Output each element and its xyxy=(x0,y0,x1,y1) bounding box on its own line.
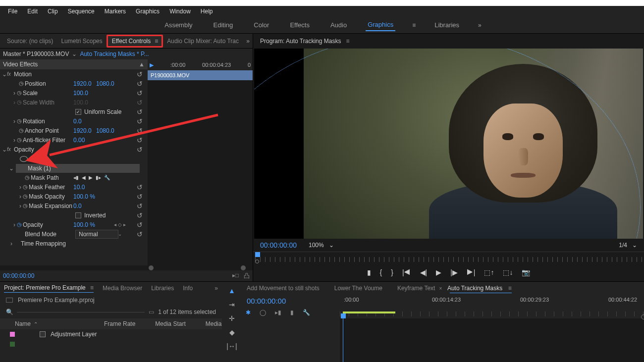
stopwatch-icon[interactable]: ◷ xyxy=(17,137,23,143)
reset-icon[interactable]: ↺ xyxy=(137,80,146,88)
settings-icon[interactable]: 🔧 xyxy=(303,309,310,316)
reset-icon[interactable]: ↺ xyxy=(137,211,146,219)
sort-asc-icon[interactable]: ⌃ xyxy=(34,321,38,327)
stopwatch-icon[interactable]: ◷ xyxy=(23,203,29,209)
effect-footer-timecode[interactable]: 00:00:00:00 xyxy=(3,272,34,279)
fx-badge-icon[interactable]: fx xyxy=(7,147,14,152)
twirl-icon[interactable]: ⌄ xyxy=(2,71,7,78)
stopwatch-icon[interactable]: ◷ xyxy=(19,127,25,134)
workspace-libraries[interactable]: Libraries xyxy=(432,19,461,31)
stopwatch-icon[interactable]: ◷ xyxy=(23,193,29,200)
program-timecode[interactable]: 00:00:00:00 xyxy=(260,241,297,249)
ripple-tool[interactable]: ✛ xyxy=(229,314,235,322)
reset-icon[interactable]: ↺ xyxy=(137,136,146,144)
clip-dropdown-icon[interactable]: ⌄ xyxy=(69,51,80,57)
track-select-tool[interactable]: ⇥ xyxy=(229,301,235,309)
track-area[interactable] xyxy=(340,318,644,362)
workspace-assembly[interactable]: Assembly xyxy=(162,19,194,31)
export-frame-button[interactable]: 📷 xyxy=(522,268,530,276)
program-playhead[interactable] xyxy=(255,252,260,257)
timeline-clip-extent[interactable] xyxy=(343,311,395,313)
track-back-icon[interactable]: ◀ xyxy=(82,175,86,180)
workspace-menu-icon[interactable]: ≡ xyxy=(412,22,416,29)
timeline-ruler[interactable]: :00:00 00:00:14:23 00:00:29:23 00:00:44:… xyxy=(340,295,644,307)
menu-help[interactable]: Help xyxy=(196,8,218,15)
twirl-icon[interactable]: › xyxy=(12,137,17,144)
rotation-value[interactable]: 0.0 xyxy=(73,118,82,125)
col-media-end[interactable]: Media xyxy=(206,320,222,327)
reset-icon[interactable]: ↺ xyxy=(137,183,146,191)
tab-effect-controls[interactable]: Effect Controls ≡ xyxy=(107,35,163,48)
mask-expansion-value[interactable]: 0.0 xyxy=(73,203,82,209)
tab-source[interactable]: Source: (no clips) xyxy=(3,36,57,47)
linked-selection-icon[interactable]: ◯ xyxy=(260,309,266,316)
folder-filter-icon[interactable]: ▭ xyxy=(149,309,154,315)
scroll-knob-right[interactable] xyxy=(241,265,246,270)
selection-tool[interactable]: ▲ xyxy=(228,287,235,295)
fx-badge-icon[interactable]: fx xyxy=(7,71,14,77)
position-y-value[interactable]: 1080.0 xyxy=(96,80,114,87)
timeline-zoom-knob[interactable] xyxy=(641,314,644,319)
section-collapse-icon[interactable]: ▲ xyxy=(139,61,145,68)
seq-tab-1[interactable]: Lower The Voume xyxy=(334,284,382,293)
stopwatch-icon[interactable]: ◷ xyxy=(17,90,23,96)
next-keyframe-icon[interactable]: ▸ xyxy=(123,222,126,227)
stopwatch-icon[interactable]: ◷ xyxy=(19,80,25,87)
tab-project[interactable]: Project: Premiere Pro Example ≡ xyxy=(4,284,94,293)
tabs-overflow-icon[interactable]: » xyxy=(215,285,218,292)
tab-media-browser[interactable]: Media Browser xyxy=(103,285,142,292)
tabs-overflow-icon[interactable]: » xyxy=(246,38,250,45)
prev-keyframe-icon[interactable]: ◂ xyxy=(114,222,116,227)
position-x-value[interactable]: 1920.0 xyxy=(73,80,92,87)
twirl-icon[interactable]: › xyxy=(18,193,23,200)
workspace-effects[interactable]: Effects xyxy=(288,19,312,31)
extract-button[interactable]: ⬚↓ xyxy=(503,268,513,276)
go-to-out-button[interactable]: ⯈| xyxy=(467,268,476,276)
timeline-playhead-line[interactable] xyxy=(343,318,343,362)
close-sequence-icon[interactable]: × xyxy=(439,286,442,291)
lift-button[interactable]: ⬚↑ xyxy=(484,268,494,276)
mask-opacity-value[interactable]: 100.0 % xyxy=(73,193,95,200)
effect-footer-icon-1[interactable]: ▸□ xyxy=(232,272,239,280)
add-marker-button[interactable]: ▮ xyxy=(367,268,371,276)
twirl-icon[interactable]: › xyxy=(12,90,17,97)
menu-sequence[interactable]: Sequence xyxy=(63,8,100,15)
stopwatch-icon[interactable]: ◷ xyxy=(25,174,31,181)
program-ruler[interactable] xyxy=(253,252,644,263)
track-settings-icon[interactable]: 🔧 xyxy=(104,175,110,180)
razor-tool[interactable]: ◆ xyxy=(229,328,235,336)
reset-icon[interactable]: ↺ xyxy=(137,230,146,238)
twirl-icon[interactable]: ⌄ xyxy=(9,165,14,172)
add-keyframe-icon[interactable]: ◇ xyxy=(118,222,122,227)
program-viewport[interactable] xyxy=(254,49,643,239)
play-toggle-icon[interactable]: ▶ xyxy=(150,62,154,68)
inverted-checkbox[interactable] xyxy=(75,212,81,218)
twirl-icon[interactable]: › xyxy=(12,221,17,228)
reset-icon[interactable]: ↺ xyxy=(137,193,146,201)
step-back-button[interactable]: ◀| xyxy=(420,268,428,276)
reset-icon[interactable]: ↺ xyxy=(137,146,146,154)
timeline-timecode[interactable]: 00:00:00:00 xyxy=(242,297,340,305)
reset-icon[interactable]: ↺ xyxy=(137,89,146,97)
twirl-icon[interactable]: › xyxy=(18,203,23,209)
uniform-scale-checkbox[interactable]: ✓ xyxy=(75,109,81,115)
marker-icon[interactable]: ▮ xyxy=(290,309,294,316)
timeline-playhead-handle[interactable] xyxy=(341,313,346,318)
reset-icon[interactable]: ↺ xyxy=(137,108,146,116)
timeline-tracks[interactable] xyxy=(242,318,644,362)
track-fwd-one-icon[interactable]: ▮▸ xyxy=(96,175,101,180)
col-media-start[interactable]: Media Start xyxy=(155,320,185,327)
program-marker-icon[interactable] xyxy=(255,259,259,263)
seq-tab-2[interactable]: Keyframe Text xyxy=(397,284,435,293)
blend-mode-dropdown[interactable]: Normal xyxy=(75,230,118,239)
menu-file[interactable]: File xyxy=(3,8,22,15)
step-forward-button[interactable]: |▶ xyxy=(450,268,458,276)
mask-feather-value[interactable]: 10.0 xyxy=(73,184,85,191)
effect-tl-clip-bar[interactable]: P1900003.MOV xyxy=(148,70,253,80)
fx-motion-row[interactable]: ⌄ fx Motion ↺ xyxy=(0,69,148,79)
program-zoom-dropdown[interactable]: 100% ⌄ xyxy=(309,242,334,249)
go-to-in-button[interactable]: |⯇ xyxy=(402,268,411,276)
workspace-overflow-icon[interactable]: » xyxy=(478,22,482,29)
stopwatch-active-icon[interactable]: ◷ xyxy=(17,221,23,228)
panel-menu-icon[interactable]: ≡ xyxy=(508,285,512,292)
